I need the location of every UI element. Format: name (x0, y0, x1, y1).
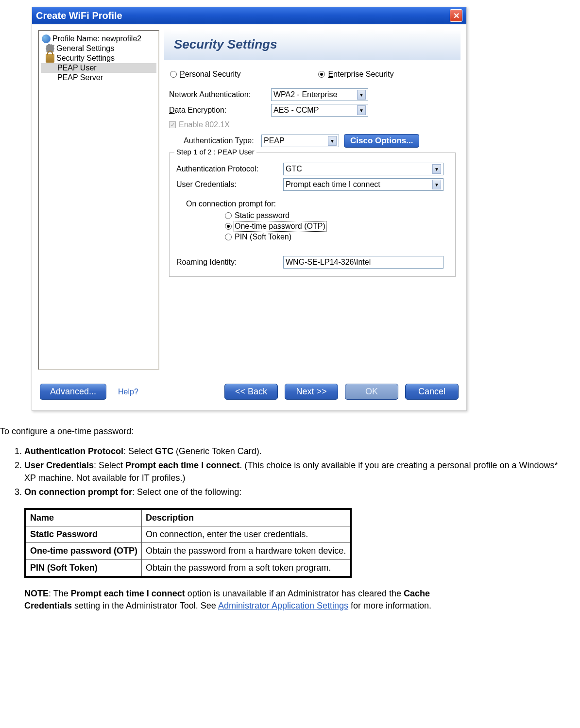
label-user-credentials: User Credentials: (176, 180, 283, 189)
checkbox-enable-8021x: ✓ Enable 802.1X (169, 120, 456, 129)
window-title: Create WiFi Profile (36, 10, 122, 21)
help-link[interactable]: Help? (118, 388, 138, 396)
chevron-down-icon: ▼ (432, 164, 441, 174)
doc-note: NOTE: The Prompt each time I connect opt… (24, 588, 457, 612)
admin-settings-link[interactable]: Administrator Application Settings (218, 601, 348, 610)
label-auth-type: Authentication Type: (169, 136, 261, 145)
panel-header: Security Settings (164, 29, 461, 60)
label-auth-protocol: Authentication Protocol: (176, 165, 283, 173)
radio-static-password[interactable]: Static password (225, 211, 448, 220)
select-auth-type[interactable]: PEAP ▼ (261, 135, 339, 147)
chevron-down-icon: ▼ (328, 136, 337, 146)
ok-button[interactable]: OK (345, 384, 398, 400)
radio-personal-security[interactable]: Personal Security (170, 70, 240, 79)
radio-icon (225, 212, 232, 219)
chevron-down-icon: ▼ (432, 180, 441, 189)
select-auth-protocol[interactable]: GTC ▼ (283, 163, 444, 175)
label-network-auth: Network Authentication: (169, 90, 271, 99)
tree-general-settings[interactable]: General Settings (41, 44, 156, 53)
select-user-credentials[interactable]: Prompt each time I connect ▼ (283, 178, 444, 191)
group-legend: Step 1 of 2 : PEAP User (174, 148, 256, 156)
advanced-button[interactable]: Advanced... (40, 384, 106, 400)
globe-icon (42, 34, 51, 43)
doc-step-2: User Credentials: Select Prompt each tim… (24, 459, 570, 484)
peap-user-group: Step 1 of 2 : PEAP User Authentication P… (169, 152, 456, 277)
select-data-encryption[interactable]: AES - CCMP ▼ (271, 104, 368, 117)
radio-icon (318, 71, 325, 78)
label-data-encryption: Data Encryption: (169, 106, 271, 115)
table-row: Static Password On connection, enter the… (25, 526, 351, 543)
cisco-options-button[interactable]: Cisco Options... (344, 134, 419, 148)
radio-icon (225, 234, 232, 240)
checkbox-icon: ✓ (169, 121, 176, 128)
lock-icon (46, 54, 54, 63)
chevron-down-icon: ▼ (357, 90, 366, 100)
prompt-options-table: Name Description Static Password On conn… (24, 508, 352, 578)
select-network-auth[interactable]: WPA2 - Enterprise ▼ (271, 88, 368, 101)
wifi-profile-dialog: Create WiFi Profile ✕ Profile Name: newp… (32, 7, 467, 411)
tree-profile-root[interactable]: Profile Name: newprofile2 (41, 34, 156, 44)
doc-intro: To configure a one-time password: (0, 425, 570, 438)
close-icon[interactable]: ✕ (450, 9, 462, 22)
chevron-down-icon: ▼ (357, 105, 366, 115)
doc-step-3: On connection prompt for: Select one of … (24, 486, 570, 498)
table-row: PIN (Soft Token) Obtain the password fro… (25, 559, 351, 577)
next-button[interactable]: Next >> (285, 384, 338, 400)
label-prompt-for: On connection prompt for: (186, 200, 448, 208)
back-button[interactable]: << Back (224, 384, 278, 400)
table-header-row: Name Description (25, 509, 351, 526)
nav-tree: Profile Name: newprofile2 General Settin… (38, 30, 159, 370)
radio-icon (225, 223, 232, 230)
radio-enterprise-security[interactable]: Enterprise Security (318, 70, 393, 79)
label-roaming-identity: Roaming Identity: (176, 258, 283, 267)
radio-otp[interactable]: One-time password (OTP) (225, 222, 448, 231)
tree-peap-server[interactable]: PEAP Server (41, 73, 156, 83)
doc-steps: Authentication Protocol: Select GTC (Gen… (24, 445, 570, 498)
radio-pin-soft-token[interactable]: PIN (Soft Token) (225, 233, 448, 241)
titlebar: Create WiFi Profile ✕ (32, 7, 466, 24)
radio-icon (170, 71, 177, 78)
page-title: Security Settings (174, 37, 451, 52)
table-row: One-time password (OTP) Obtain the passw… (25, 543, 351, 559)
input-roaming-identity[interactable]: WNG-SE-LP14-326\Intel (283, 256, 444, 269)
cancel-button[interactable]: Cancel (405, 384, 459, 400)
doc-step-1: Authentication Protocol: Select GTC (Gen… (24, 445, 570, 457)
tree-security-settings[interactable]: Security Settings (41, 53, 156, 63)
tree-peap-user[interactable]: PEAP User (41, 63, 156, 73)
